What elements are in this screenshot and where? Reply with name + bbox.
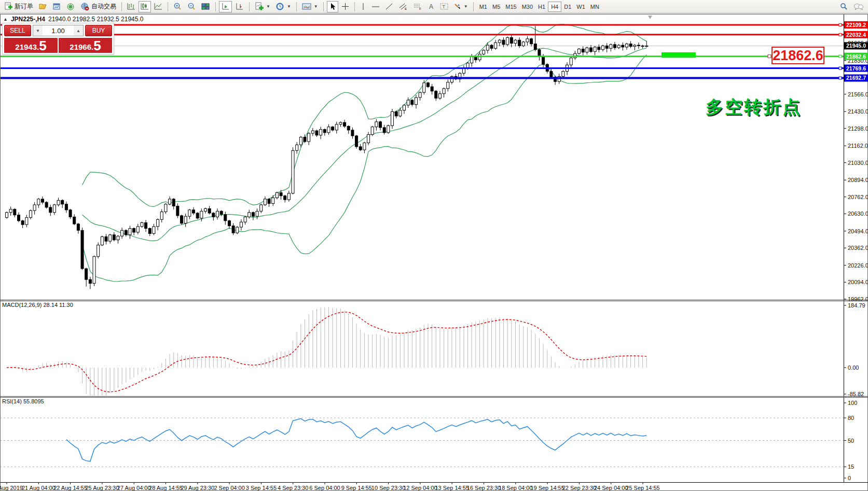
crosshair-button[interactable] bbox=[339, 1, 351, 12]
market-watch-button[interactable] bbox=[50, 1, 63, 12]
timeframe-button-m1[interactable]: M1 bbox=[477, 2, 490, 12]
bar-chart-button[interactable] bbox=[125, 1, 137, 12]
chart-shift-button[interactable] bbox=[233, 1, 246, 12]
bull-candle bbox=[562, 72, 564, 77]
bull-candle bbox=[594, 47, 596, 52]
bull-candle bbox=[494, 43, 497, 48]
bear-candle bbox=[148, 229, 151, 234]
bear-candle bbox=[542, 57, 545, 64]
bull-candle bbox=[169, 199, 171, 204]
autotrading-button[interactable]: 自动交易 bbox=[78, 1, 118, 12]
volume-increment-button[interactable]: ▲ bbox=[74, 25, 83, 36]
bear-candle bbox=[228, 221, 230, 226]
bull-candle bbox=[407, 100, 409, 105]
bull-candle bbox=[506, 37, 509, 45]
support-lower-anchor-square bbox=[839, 77, 842, 79]
sell-price[interactable]: 21943.5 bbox=[4, 38, 58, 53]
timeframe-button-h1[interactable]: H1 bbox=[535, 2, 548, 12]
buy-price[interactable]: 21966.5 bbox=[59, 38, 112, 53]
zoom-out-button[interactable] bbox=[185, 1, 198, 12]
rsi-tick-label: 80 bbox=[848, 415, 854, 421]
bear-candle bbox=[347, 127, 350, 130]
bear-candle bbox=[490, 45, 493, 48]
tile-windows-button[interactable] bbox=[199, 1, 212, 12]
macd-tick-label: 184.79 bbox=[848, 302, 865, 308]
text-label-button[interactable]: T bbox=[438, 1, 450, 12]
text-button[interactable]: A bbox=[425, 1, 437, 12]
fibonacci-button[interactable]: F bbox=[411, 1, 424, 12]
arrows-button[interactable]: ▼ bbox=[451, 1, 470, 12]
equidistant-channel-button[interactable]: E bbox=[396, 1, 410, 12]
volume-decrement-button[interactable]: ▼ bbox=[33, 25, 43, 36]
indicators-button[interactable]: ▼ bbox=[253, 1, 272, 12]
templates-button[interactable]: ▼ bbox=[300, 1, 320, 12]
arrows-dropdown-arrow: ▼ bbox=[464, 4, 468, 9]
bull-candle bbox=[399, 110, 402, 116]
toolbar-separator bbox=[473, 2, 474, 11]
line-chart-button[interactable] bbox=[152, 1, 164, 12]
timeframe-button-m5[interactable]: M5 bbox=[490, 2, 503, 12]
bull-candle bbox=[287, 193, 290, 200]
vertical-line-button[interactable] bbox=[358, 1, 368, 12]
bear-candle bbox=[510, 37, 513, 43]
support-lower-axis-label: 21692.7 bbox=[846, 75, 866, 81]
macd-axis: 184.790.00-85.82 bbox=[844, 302, 865, 397]
indicators-dropdown-arrow: ▼ bbox=[266, 4, 270, 9]
bear-candle bbox=[518, 40, 521, 46]
bollinger-upper bbox=[82, 24, 647, 207]
bull-candle bbox=[97, 245, 100, 257]
bear-candle bbox=[85, 269, 88, 279]
bear-candle bbox=[530, 39, 533, 44]
bear-candle bbox=[629, 44, 632, 47]
cursor-button[interactable] bbox=[327, 1, 338, 12]
chinese-annotation-text[interactable]: 多空转折点 bbox=[706, 95, 802, 119]
community-chat-button[interactable] bbox=[851, 1, 866, 12]
timeframe-button-d1[interactable]: D1 bbox=[561, 2, 574, 12]
callout-anchor-square bbox=[768, 55, 771, 58]
horizontal-line-button[interactable] bbox=[369, 1, 382, 12]
bear-candle bbox=[145, 222, 147, 228]
bull-candle bbox=[363, 143, 366, 150]
timeframe-button-mn[interactable]: MN bbox=[588, 2, 602, 12]
bear-candle bbox=[105, 237, 107, 242]
bull-candle bbox=[200, 211, 203, 218]
strategy-tester-button[interactable] bbox=[64, 1, 77, 12]
chart-canvas[interactable]: 22098.021966.021830.021698.021566.021430… bbox=[0, 0, 868, 491]
bear-candle bbox=[426, 83, 429, 87]
sell-button[interactable]: SELL bbox=[4, 25, 31, 36]
bull-candle bbox=[586, 48, 588, 52]
resistance-lower-anchor-square bbox=[839, 33, 842, 36]
timeframe-button-m15[interactable]: M15 bbox=[503, 2, 519, 12]
price-tick-label: 20094.0 bbox=[848, 279, 868, 285]
new-order-button[interactable]: 新订单 bbox=[2, 1, 35, 12]
buy-button[interactable]: BUY bbox=[85, 25, 112, 36]
profiles-button[interactable] bbox=[36, 1, 49, 12]
equidistant-channel-icon: E bbox=[398, 3, 408, 11]
date-tick-label: 3 Sep 14:55 bbox=[246, 485, 277, 491]
volume-value[interactable]: 1.00 bbox=[43, 25, 74, 36]
search-button[interactable] bbox=[837, 1, 850, 12]
crosshair-icon bbox=[341, 3, 349, 10]
bar-chart-icon bbox=[127, 3, 135, 10]
periods-button[interactable]: ▼ bbox=[273, 1, 293, 12]
timeframe-button-m30[interactable]: M30 bbox=[519, 2, 535, 12]
auto-scroll-button[interactable] bbox=[219, 1, 232, 12]
bear-candle bbox=[232, 226, 235, 233]
date-tick-label: 25 Aug 23:30 bbox=[85, 485, 119, 491]
bull-candle bbox=[33, 205, 36, 211]
price-tick-label: 21030.0 bbox=[848, 160, 868, 166]
bear-candle bbox=[113, 235, 115, 240]
rsi-axis: 1008050150 bbox=[844, 400, 857, 481]
timeframe-button-w1[interactable]: W1 bbox=[574, 2, 588, 12]
bull-candle bbox=[645, 46, 648, 46]
zoom-in-button[interactable] bbox=[171, 1, 184, 12]
tile-windows-icon bbox=[201, 3, 210, 11]
timeframe-button-h4[interactable]: H4 bbox=[548, 2, 561, 12]
collapse-arrow-icon[interactable]: ▲ bbox=[3, 17, 8, 22]
bear-candle bbox=[323, 130, 326, 133]
toolbar-separator bbox=[121, 2, 122, 11]
candlestick-chart-button[interactable] bbox=[139, 1, 151, 12]
date-tick-label: 22 Sep 23:30 bbox=[562, 485, 596, 491]
trendline-button[interactable] bbox=[383, 1, 395, 12]
price-callout-box[interactable]: 21862.6 bbox=[771, 47, 824, 64]
